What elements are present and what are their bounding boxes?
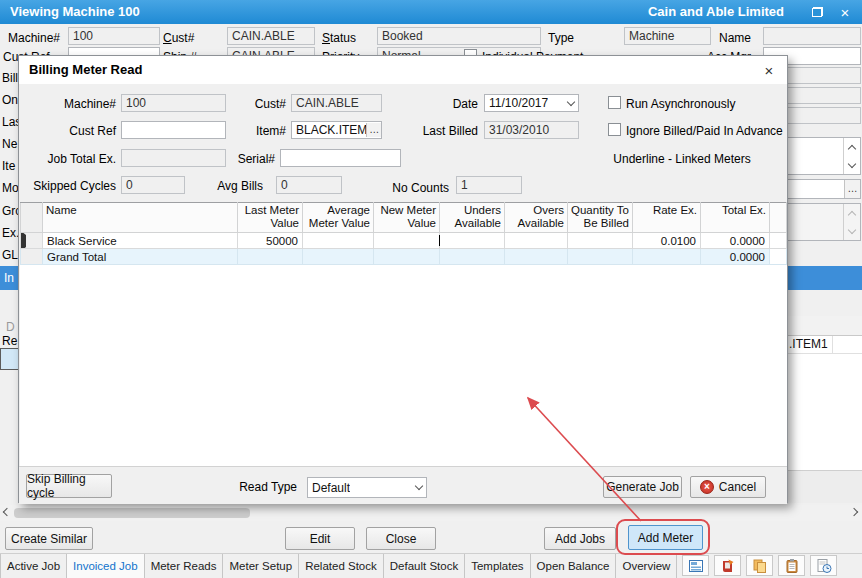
bg-type-label: Type [548, 31, 574, 45]
close-icon: × [841, 5, 850, 20]
cell-overs-available[interactable] [505, 233, 568, 249]
dlg-cust-field: CAIN.ABLE [291, 94, 382, 112]
grand-last-meter [238, 249, 303, 265]
read-type-combo[interactable]: Default [307, 477, 427, 498]
cell-rate-ex[interactable]: 0.0100 [633, 233, 701, 249]
col-header-average-meter-value[interactable]: Average Meter Value [303, 203, 374, 233]
bg-right-grid-row[interactable]: .ITEM1 [788, 336, 862, 354]
tab-active-job[interactable]: Active Job [0, 554, 67, 578]
spinner-down-icon[interactable] [844, 156, 860, 174]
dlg-date-label: Date [399, 97, 478, 111]
edit-caret [439, 235, 440, 246]
col-header-rate-ex[interactable]: Rate Ex. [633, 203, 701, 233]
ellipsis-icon[interactable]: … [844, 180, 860, 198]
dlg-lastbilled-label: Last Billed [399, 124, 478, 138]
add-meter-button[interactable]: Add Meter [628, 525, 703, 550]
underline-linked-meters-note: Underline - Linked Meters [599, 152, 765, 166]
bg-machine-field: 100 [68, 27, 160, 45]
copy-button[interactable] [746, 555, 773, 576]
cancel-button[interactable]: × Cancel [690, 476, 766, 498]
tab-default-stock[interactable]: Default Stock [384, 554, 465, 578]
scroll-right-icon[interactable] [848, 507, 860, 519]
grand-overs [505, 249, 568, 265]
item-lookup-ellipsis-icon[interactable]: … [366, 123, 381, 137]
grid-data-row: Black Service 50000 0.0100 0.0000 [21, 233, 787, 249]
row-selector-cell[interactable] [21, 233, 43, 249]
cancel-x-icon: × [700, 480, 714, 494]
bg-name-field [763, 27, 861, 45]
clipboard-icon [784, 558, 800, 574]
tab-templates[interactable]: Templates [465, 554, 530, 578]
add-jobs-button[interactable]: Add Jobs [544, 527, 616, 550]
chevron-down-icon [415, 482, 423, 490]
cell-unders-available[interactable] [440, 233, 505, 249]
window-titlebar: Viewing Machine 100 Cain and Able Limite… [0, 0, 862, 24]
scroll-left-icon[interactable] [1, 507, 13, 519]
cell-total-ex[interactable]: 0.0000 [701, 233, 770, 249]
tab-meter-reads[interactable]: Meter Reads [145, 554, 224, 578]
cell-filler [770, 233, 787, 249]
generate-job-button[interactable]: Generate Job [603, 476, 682, 498]
tab-related-stock[interactable]: Related Stock [299, 554, 384, 578]
book-button[interactable] [714, 555, 741, 576]
dlg-skipped-label: Skipped Cycles [19, 179, 116, 193]
restore-icon [812, 7, 823, 17]
col-header-overs-available[interactable]: Overs Available [505, 203, 568, 233]
dialog-close-button[interactable]: × [759, 60, 779, 80]
dlg-lastbilled-field: 31/03/2010 [484, 121, 579, 139]
grid-line [832, 336, 833, 354]
skip-billing-cycle-button[interactable]: Skip Billing cycle [26, 474, 112, 498]
cell-last-meter-value[interactable]: 50000 [238, 233, 303, 249]
bg-status-field: Booked [377, 27, 541, 45]
spinner-up-icon[interactable] [844, 138, 860, 156]
run-asynchronously-checkbox[interactable] [608, 96, 621, 109]
ignore-billed-label: Ignore Billed/Paid In Advance [626, 124, 783, 138]
bg-left-label-item: Ite [2, 159, 15, 173]
spinner-up-icon [844, 204, 860, 222]
horizontal-scrollbar [0, 505, 862, 521]
grand-new-meter [374, 249, 440, 265]
dlg-serial-field[interactable] [280, 149, 401, 167]
ignore-billed-checkbox[interactable] [608, 123, 621, 136]
bg-left-label-model: Mo [2, 181, 19, 195]
dlg-nocounts-label: No Counts [352, 181, 449, 195]
grand-rate [633, 249, 701, 265]
col-header-last-meter-value[interactable]: Last Meter Value [238, 203, 303, 233]
grand-name: Grand Total [43, 249, 238, 265]
bg-lower-d-label: D [6, 320, 15, 334]
dlg-date-value: 11/10/2017 [489, 96, 548, 110]
run-asynchronously-label: Run Asynchronously [626, 97, 735, 111]
bg-status-label: Status [322, 31, 356, 45]
dlg-item-field[interactable]: BLACK.ITEM1 … [291, 121, 382, 139]
row-selector-cell [21, 249, 43, 265]
col-header-unders-available[interactable]: Unders Available [440, 203, 505, 233]
clipboard-button[interactable] [778, 555, 805, 576]
col-header-new-meter-value[interactable]: New Meter Value [374, 203, 440, 233]
col-header-name[interactable]: Name [43, 203, 238, 233]
dlg-item-label: Item# [189, 124, 286, 138]
window-close-button[interactable]: × [834, 2, 856, 22]
tab-invoiced-job[interactable]: Invoiced Job [67, 554, 145, 578]
dlg-cust-label: Cust# [189, 97, 286, 111]
cell-name[interactable]: Black Service [43, 233, 238, 249]
restore-button[interactable] [806, 2, 828, 22]
tab-meter-setup[interactable]: Meter Setup [223, 554, 299, 578]
create-similar-button[interactable]: Create Similar [5, 527, 93, 550]
grid-header-row: Name Last Meter Value Average Meter Valu… [21, 203, 787, 233]
bg-right-grid-footer [788, 470, 862, 503]
col-header-total-ex[interactable]: Total Ex. [701, 203, 770, 233]
bottom-tab-bar: Active Job Invoiced Job Meter Reads Mete… [0, 553, 862, 578]
tab-overview[interactable]: Overview [616, 554, 677, 578]
tab-open-balance[interactable]: Open Balance [531, 554, 617, 578]
time-report-button[interactable] [810, 555, 837, 576]
report-layout-button[interactable] [682, 555, 709, 576]
col-header-quantity-to-be-billed[interactable]: Quantity To Be Billed [568, 203, 633, 233]
cell-average-meter-value[interactable] [303, 233, 374, 249]
bg-left-label-ex: Ex. [2, 226, 19, 240]
scrollbar-thumb[interactable] [14, 508, 250, 518]
close-button[interactable]: Close [366, 527, 436, 550]
cell-new-meter-value[interactable] [374, 233, 440, 249]
edit-button[interactable]: Edit [285, 527, 355, 550]
cell-quantity-to-be-billed[interactable] [568, 233, 633, 249]
dlg-date-combo[interactable]: 11/10/2017 [484, 94, 579, 112]
